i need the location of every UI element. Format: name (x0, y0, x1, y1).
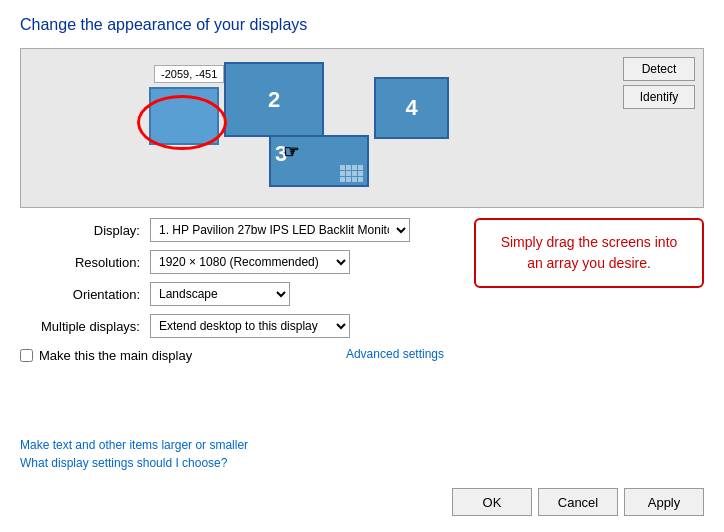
form-section: Display: 1. HP Pavilion 27bw IPS LED Bac… (20, 218, 444, 363)
checkbox-and-advanced: Make this the main display Advanced sett… (20, 344, 444, 363)
main-display-checkbox[interactable] (20, 349, 33, 362)
monitor-1-coordinates: -2059, -451 (154, 65, 224, 83)
grid-dot (340, 165, 345, 170)
monitors-container: -2059, -451 ☞ 2 3 (29, 57, 489, 197)
grid-dot (358, 165, 363, 170)
grid-dot (346, 177, 351, 182)
monitor-1[interactable]: ☞ (149, 87, 219, 145)
grid-dot (346, 165, 351, 170)
display-row: Display: 1. HP Pavilion 27bw IPS LED Bac… (20, 218, 444, 242)
orientation-label: Orientation: (20, 287, 140, 302)
display-select[interactable]: 1. HP Pavilion 27bw IPS LED Backlit Moni… (150, 218, 410, 242)
orientation-row: Orientation: LandscapePortraitLandscape … (20, 282, 444, 306)
grid-dot (352, 171, 357, 176)
monitor-3-grid (340, 165, 363, 182)
monitor-2-number: 2 (268, 87, 280, 113)
main-content: Display: 1. HP Pavilion 27bw IPS LED Bac… (20, 218, 704, 426)
grid-dot (352, 177, 357, 182)
identify-button[interactable]: Identify (623, 85, 695, 109)
main-display-label: Make this the main display (39, 348, 192, 363)
tooltip-box: Simply drag the screens into an array yo… (474, 218, 704, 288)
display-area: -2059, -451 ☞ 2 3 (20, 48, 704, 208)
grid-dot (358, 177, 363, 182)
text-size-link[interactable]: Make text and other items larger or smal… (20, 438, 704, 452)
grid-dot (352, 165, 357, 170)
main-display-checkbox-row: Make this the main display (20, 348, 192, 363)
monitor-4-number: 4 (405, 95, 417, 121)
monitor-4[interactable]: 4 (374, 77, 449, 139)
multiple-label: Multiple displays: (20, 319, 140, 334)
detect-button[interactable]: Detect (623, 57, 695, 81)
bottom-buttons: OK Cancel Apply (20, 480, 704, 516)
tooltip-text: Simply drag the screens into an array yo… (501, 234, 678, 271)
resolution-label: Resolution: (20, 255, 140, 270)
form-fields: Display: 1. HP Pavilion 27bw IPS LED Bac… (20, 218, 444, 338)
orientation-select[interactable]: LandscapePortraitLandscape (flipped)Port… (150, 282, 290, 306)
ok-button[interactable]: OK (452, 488, 532, 516)
grid-dot (340, 177, 345, 182)
monitor-2[interactable]: 2 (224, 62, 324, 137)
display-settings-link[interactable]: What display settings should I choose? (20, 456, 704, 470)
grid-dot (346, 171, 351, 176)
links-section: Make text and other items larger or smal… (20, 438, 704, 470)
advanced-settings-link[interactable]: Advanced settings (346, 347, 444, 361)
grid-dot (358, 171, 363, 176)
monitor-3[interactable]: 3 (269, 135, 369, 187)
detect-identify-buttons: Detect Identify (623, 57, 695, 109)
apply-button[interactable]: Apply (624, 488, 704, 516)
grid-dot (340, 171, 345, 176)
multiple-displays-row: Multiple displays: Duplicate these displ… (20, 314, 444, 338)
display-label: Display: (20, 223, 140, 238)
main-window: Change the appearance of your displays -… (0, 0, 724, 532)
monitor-3-number: 3 (275, 141, 287, 167)
resolution-row: Resolution: 1920 × 1080 (Recommended)160… (20, 250, 444, 274)
resolution-select[interactable]: 1920 × 1080 (Recommended)1600 × 9001280 … (150, 250, 350, 274)
page-title: Change the appearance of your displays (20, 16, 704, 34)
cancel-button[interactable]: Cancel (538, 488, 618, 516)
multiple-select[interactable]: Duplicate these displaysExtend these dis… (150, 314, 350, 338)
